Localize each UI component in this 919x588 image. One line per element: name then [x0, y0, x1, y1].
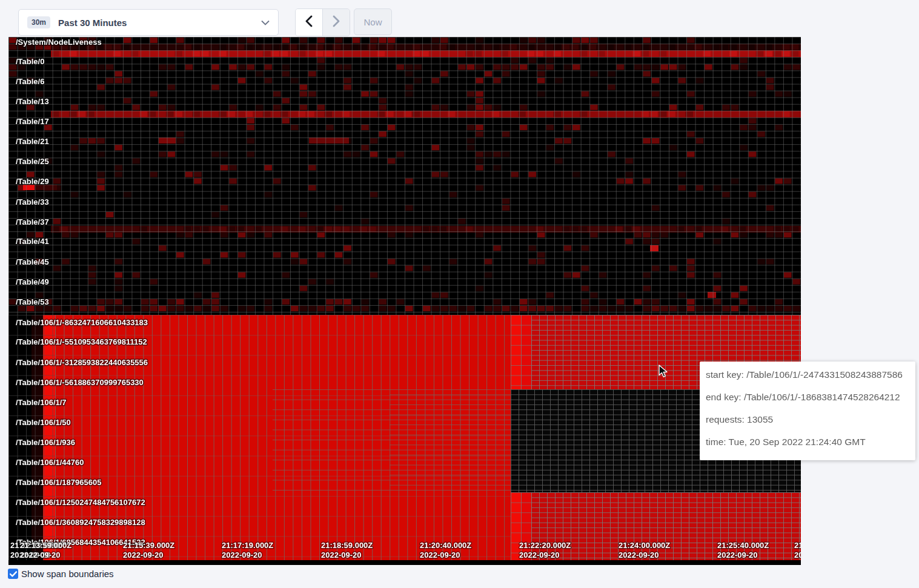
now-button[interactable]: Now: [354, 8, 392, 35]
time-range-label: Past 30 Minutes: [58, 18, 127, 28]
heatmap-tooltip: start key: /Table/106/1/-247433150824388…: [700, 362, 915, 460]
tooltip-start-key: start key: /Table/106/1/-247433150824388…: [706, 369, 909, 380]
footer-controls: Show span boundaries: [8, 569, 114, 579]
time-range-badge: 30m: [27, 16, 50, 28]
key-visualizer-page: { "toolbar": { "time_range_badge": "30m"…: [0, 0, 919, 588]
chevron-left-icon: [305, 15, 313, 30]
time-nav-group: [295, 8, 350, 36]
show-span-boundaries-checkbox[interactable]: [8, 569, 18, 579]
tooltip-requests: requests: 13055: [706, 414, 909, 424]
chevron-right-icon: [332, 15, 340, 30]
tooltip-time: time: Tue, 20 Sep 2022 21:24:40 GMT: [706, 437, 909, 447]
chevron-down-icon: [261, 20, 270, 25]
time-range-dropdown[interactable]: 30m Past 30 Minutes: [18, 9, 279, 36]
next-time-button[interactable]: [323, 9, 350, 36]
key-visualizer-heatmap[interactable]: [8, 37, 801, 565]
previous-time-button[interactable]: [296, 9, 323, 36]
now-button-label: Now: [363, 17, 382, 27]
show-span-boundaries-label: Show span boundaries: [21, 569, 114, 579]
tooltip-end-key: end key: /Table/106/1/-18683814745282642…: [706, 392, 909, 402]
